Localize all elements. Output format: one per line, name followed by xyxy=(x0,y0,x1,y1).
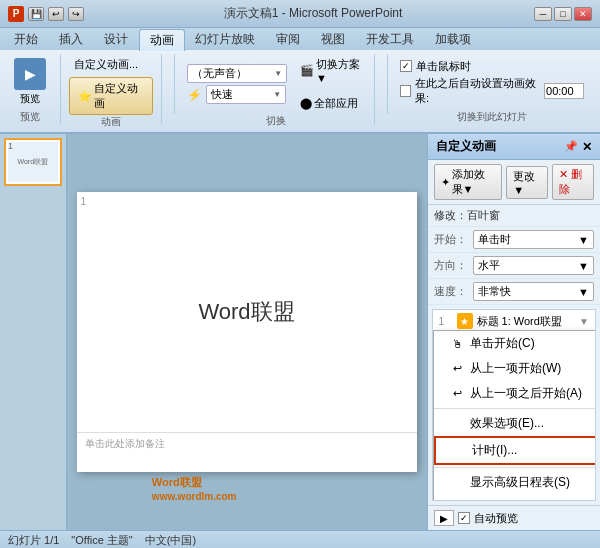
anim-bottom: ▶ ✓ 自动预览 xyxy=(428,505,601,530)
apply-all-btn[interactable]: ⬤ 全部应用 xyxy=(295,93,366,114)
undo-btn[interactable]: ↩ xyxy=(48,7,64,21)
auto-set-checkbox[interactable] xyxy=(400,85,411,97)
custom-anim-btn[interactable]: ⭐ 自定义动画 xyxy=(69,77,153,115)
preview-group-label: 预览 xyxy=(20,110,40,124)
start-label: 开始： xyxy=(434,232,467,247)
speed-row: ⚡ 快速 ▼ xyxy=(187,85,287,104)
auto-preview-row: ✓ 自动预览 xyxy=(458,511,518,526)
close-button[interactable]: ✕ xyxy=(574,7,592,21)
language-info: 中文(中国) xyxy=(145,533,196,548)
switch-mode-label: 切换到此幻灯片 xyxy=(457,110,527,124)
ctx-from-prev-start[interactable]: ↩ 从上一项开始(W) xyxy=(434,356,596,381)
switch-group-label: 切换 xyxy=(266,114,286,128)
click-mouse-row: ✓ 单击鼠标时 xyxy=(400,59,584,74)
preview-button[interactable]: ▶ 预览 xyxy=(8,55,52,109)
ctx-delete[interactable]: 删除(R) xyxy=(434,495,596,501)
custom-anim-menu-btn[interactable]: 自定义动画... xyxy=(69,54,153,75)
minimize-button[interactable]: ─ xyxy=(534,7,552,21)
start-row: 开始： 单击时 ▼ xyxy=(428,227,601,253)
anim-item-expand-icon[interactable]: ▼ xyxy=(579,316,589,327)
switch-mode-col: ✓ 单击鼠标时 在此之后自动设置动画效果: xyxy=(400,59,584,106)
tab-slideshow[interactable]: 幻灯片放映 xyxy=(185,28,266,50)
custom-anim-label: 自定义动画 xyxy=(94,81,144,111)
switch-mode-content: ✓ 单击鼠标时 在此之后自动设置动画效果: xyxy=(400,54,584,110)
panel-close-button[interactable]: ✕ xyxy=(582,140,592,154)
tab-addins[interactable]: 加载项 xyxy=(425,28,482,50)
switch-label: 切换方案▼ xyxy=(316,57,361,84)
app-icon: P xyxy=(8,6,24,22)
slide-notes[interactable]: 单击此处添加备注 xyxy=(77,432,417,472)
animation-group-content: 自定义动画... ⭐ 自定义动画 xyxy=(69,54,153,115)
slide-title[interactable]: Word联盟 xyxy=(198,297,294,327)
save-btn[interactable]: 💾 xyxy=(28,7,44,21)
switch-scheme-btn[interactable]: 🎬 切换方案▼ xyxy=(295,54,366,87)
ctx-click-start-label: 单击开始(C) xyxy=(470,335,535,352)
start-dropdown[interactable]: 单击时 ▼ xyxy=(473,230,595,249)
click-mouse-checkbox[interactable]: ✓ xyxy=(400,60,412,72)
sound-label: （无声音） xyxy=(192,66,247,81)
speed-arrow: ▼ xyxy=(273,90,281,99)
anim-list-item[interactable]: 1 ★ 标题 1: Word联盟 ▼ 🖱 单击开始(C) ↩ 从上一项开始(W) xyxy=(433,310,596,333)
modify-row: 修改：百叶窗 xyxy=(428,205,601,227)
apply-label: 全部应用 xyxy=(314,96,358,111)
slide-thumb-content: Word联盟 xyxy=(8,142,58,182)
auto-set-label: 在此之后自动设置动画效果: xyxy=(415,76,540,106)
switch-btn-col: 🎬 切换方案▼ ⬤ 全部应用 xyxy=(295,54,366,114)
anim-star-icon: ★ xyxy=(460,316,469,327)
custom-anim-icon: ⭐ xyxy=(78,90,92,103)
delete-effect-button[interactable]: ✕ 删除 xyxy=(552,164,594,200)
anim-item-icon: ★ xyxy=(457,313,473,329)
ctx-delete-label: 删除(R) xyxy=(470,499,511,501)
slide-panel: 1 Word联盟 xyxy=(0,134,67,530)
anim-speed-arrow: ▼ xyxy=(578,286,589,298)
anim-panel-header: 自定义动画 📌 ✕ xyxy=(428,134,601,160)
sound-dropdown[interactable]: （无声音） ▼ xyxy=(187,64,287,83)
anim-speed-dropdown[interactable]: 非常快 ▼ xyxy=(473,282,595,301)
ribbon-group-animation: 自定义动画... ⭐ 自定义动画 动画 xyxy=(69,54,162,124)
ctx-show-schedule[interactable]: 显示高级日程表(S) xyxy=(434,470,596,495)
direction-dropdown[interactable]: 水平 ▼ xyxy=(473,256,595,275)
redo-btn[interactable]: ↪ xyxy=(68,7,84,21)
auto-preview-checkbox[interactable]: ✓ xyxy=(458,512,470,524)
ctx-from-prev-after[interactable]: ↩ 从上一项之后开始(A) xyxy=(434,381,596,406)
ctx-timing[interactable]: 计时(I)... xyxy=(434,436,596,465)
ctx-effect-options[interactable]: 效果选项(E)... xyxy=(434,411,596,436)
anim-speed-value: 非常快 xyxy=(478,284,511,299)
speed-icon: ⚡ xyxy=(187,88,202,102)
slide-thumb-text: Word联盟 xyxy=(17,157,48,167)
tab-design[interactable]: 设计 xyxy=(94,28,139,50)
tab-developer[interactable]: 开发工具 xyxy=(356,28,425,50)
switch-group-content: （无声音） ▼ ⚡ 快速 ▼ 🎬 切换方案▼ xyxy=(187,54,366,114)
ctx-from-prev-after-label: 从上一项之后开始(A) xyxy=(470,385,582,402)
direction-arrow: ▼ xyxy=(578,260,589,272)
tab-view[interactable]: 视图 xyxy=(311,28,356,50)
tab-animation[interactable]: 动画 xyxy=(139,29,185,51)
apply-icon: ⬤ xyxy=(300,97,312,110)
window-title: 演示文稿1 - Microsoft PowerPoint xyxy=(92,5,534,22)
slide-canvas: Word联盟 单击此处添加备注 1 自定义动画 Word联盟www.wordlm… xyxy=(67,134,427,530)
ribbon-group-switch-mode: ✓ 单击鼠标时 在此之后自动设置动画效果: 切换到此幻灯片 xyxy=(400,54,592,124)
speed-dropdown[interactable]: 快速 ▼ xyxy=(206,85,286,104)
time-input[interactable] xyxy=(544,83,584,99)
animation-btns: 自定义动画... ⭐ 自定义动画 xyxy=(69,54,153,115)
ribbon-group-switch: （无声音） ▼ ⚡ 快速 ▼ 🎬 切换方案▼ xyxy=(187,54,375,124)
slide-main-content: Word联盟 xyxy=(77,192,417,432)
anim-panel-title-text: 自定义动画 xyxy=(436,138,496,155)
start-value: 单击时 xyxy=(478,232,511,247)
auto-set-row: 在此之后自动设置动画效果: xyxy=(400,76,584,106)
add-effect-button[interactable]: ✦ 添加效果▼ xyxy=(434,164,503,200)
tab-review[interactable]: 审阅 xyxy=(266,28,311,50)
panel-pin-icon[interactable]: 📌 xyxy=(564,140,578,154)
change-effect-button[interactable]: 更改▼ xyxy=(506,166,547,199)
slide-count: 幻灯片 1/1 xyxy=(8,533,59,548)
tab-start[interactable]: 开始 xyxy=(4,28,49,50)
slide-thumbnail[interactable]: 1 Word联盟 xyxy=(4,138,62,186)
ctx-timing-label: 计时(I)... xyxy=(472,442,517,459)
tab-insert[interactable]: 插入 xyxy=(49,28,94,50)
maximize-button[interactable]: □ xyxy=(554,7,572,21)
watermark: 自定义动画 Word联盟www.wordlm.com xyxy=(152,475,237,502)
status-bar: 幻灯片 1/1 "Office 主题" 中文(中国) xyxy=(0,530,600,548)
play-button[interactable]: ▶ xyxy=(434,510,454,526)
add-star-icon: ✦ xyxy=(441,176,450,189)
ctx-click-start[interactable]: 🖱 单击开始(C) xyxy=(434,331,596,356)
